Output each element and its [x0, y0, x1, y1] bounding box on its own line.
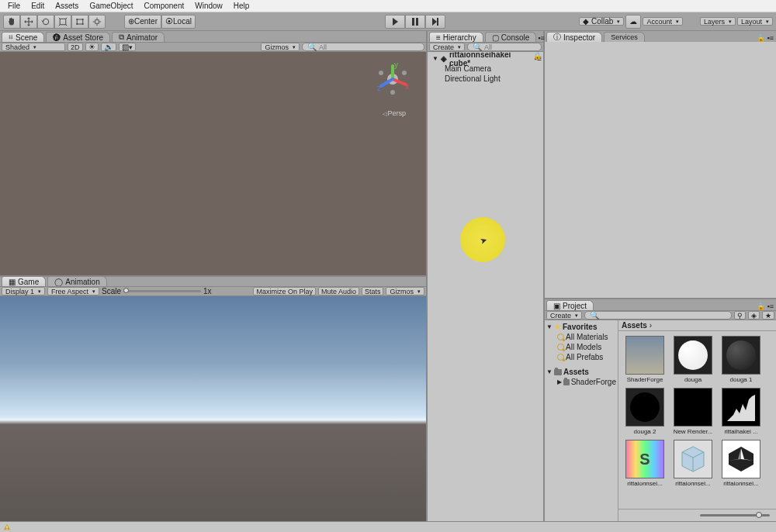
hand-tool-button[interactable]	[3, 15, 20, 29]
scene-2d-toggle[interactable]: 2D	[68, 43, 83, 51]
scene-audio-toggle[interactable]: 🔊	[101, 43, 116, 51]
move-tool-button[interactable]	[20, 15, 37, 29]
menu-bar: File Edit Assets GameObject Component Wi…	[0, 0, 776, 12]
project-breadcrumb[interactable]: Assets›	[618, 320, 776, 331]
svg-point-2	[76, 19, 78, 20]
account-dropdown[interactable]: Account	[643, 17, 683, 26]
menu-window[interactable]: Window	[190, 2, 227, 10]
menu-edit[interactable]: Edit	[26, 2, 49, 10]
layout-dropdown[interactable]: Layout	[737, 17, 773, 26]
pause-button[interactable]	[405, 15, 425, 29]
tab-inspector[interactable]: ⓘInspector	[546, 32, 602, 42]
foldout-icon[interactable]: ▼	[432, 55, 438, 62]
panel-menu-icon[interactable]: ▪≡	[538, 34, 546, 42]
search-by-label-button[interactable]: ◈	[748, 311, 760, 320]
display-dropdown[interactable]: Display 1	[2, 287, 45, 295]
project-zoom-slider[interactable]	[700, 514, 770, 516]
project-search[interactable]: 🔍	[584, 311, 732, 320]
tab-game[interactable]: ▦Game	[2, 276, 46, 286]
project-item-texture[interactable]: rittaihakei ...	[719, 388, 763, 435]
tab-animation[interactable]: ◯Animation	[47, 276, 106, 286]
project-grid[interactable]: ShaderForge douga douga 1 douga 2 New Re…	[618, 331, 776, 509]
svg-point-19	[402, 71, 407, 75]
favorites-header[interactable]: ▼★Favorites	[546, 322, 616, 332]
menu-component[interactable]: Component	[140, 2, 189, 10]
assets-header[interactable]: ▼Assets	[546, 367, 616, 377]
move-icon	[24, 17, 33, 26]
hierarchy-create-dropdown[interactable]: Create	[429, 43, 465, 51]
scene-lighting-toggle[interactable]: ☀	[85, 43, 99, 51]
orientation-gizmo[interactable]: y x z	[375, 61, 411, 97]
rotate-tool-button[interactable]	[37, 15, 54, 29]
project-footer	[618, 509, 776, 521]
tab-services[interactable]: Services	[604, 32, 645, 42]
favorite-item[interactable]: All Prefabs	[546, 352, 616, 362]
svg-text:y: y	[394, 61, 398, 69]
project-item-folder[interactable]: ShaderForge	[623, 336, 667, 383]
scale-tool-button[interactable]	[54, 15, 71, 29]
aspect-dropdown[interactable]: Free Aspect	[47, 287, 99, 295]
play-button[interactable]	[385, 15, 405, 29]
project-item-prefab[interactable]: rittaionnsei...	[671, 440, 715, 487]
menu-file[interactable]: File	[3, 2, 25, 10]
mute-audio-toggle[interactable]: Mute Audio	[318, 287, 359, 295]
panel-menu-icon[interactable]: 🔒 ▪≡	[757, 34, 776, 42]
play-icon	[390, 17, 400, 26]
project-tree[interactable]: ▼★Favorites All Materials All Models All…	[545, 320, 618, 521]
menu-gameobject[interactable]: GameObject	[85, 2, 137, 10]
tab-project[interactable]: ▣Project	[546, 300, 594, 310]
tab-animator[interactable]: ⧉Animator	[112, 32, 165, 42]
collab-dropdown[interactable]: ◆Collab	[579, 17, 624, 26]
inspector-icon: ⓘ	[553, 32, 561, 43]
step-button[interactable]	[425, 15, 445, 29]
save-search-button[interactable]: ★	[762, 311, 774, 320]
hierarchy-search[interactable]: 🔍	[467, 43, 542, 51]
pivot-mode-button[interactable]: ⊕ Center	[124, 15, 161, 29]
scene-projection-label[interactable]: Persp	[383, 109, 406, 117]
handle-rotation-button[interactable]: ⦿ Local	[161, 15, 196, 29]
scale-value: 1x	[203, 287, 212, 295]
project-item-material[interactable]: douga	[671, 336, 715, 383]
scale-slider[interactable]	[123, 290, 201, 292]
scene-tabbar: ⌗Scene 🅐Asset Store ⧉Animator	[0, 31, 426, 42]
scene-viewport[interactable]: y x z Persp	[0, 52, 426, 275]
tab-asset-store[interactable]: 🅐Asset Store	[46, 32, 110, 42]
search-by-type-button[interactable]: ⚲	[734, 311, 746, 320]
game-gizmos-dropdown[interactable]: Gizmos	[386, 287, 424, 295]
favorite-item[interactable]: All Models	[546, 342, 616, 352]
shading-mode-dropdown[interactable]: Shaded	[2, 43, 65, 51]
scene-gizmos-dropdown[interactable]: Gizmos	[261, 43, 300, 51]
hierarchy-body[interactable]: 🔒 ▼ ◈ rittaionnseihakei cube* ▪≡ Main Ca…	[428, 52, 543, 521]
svg-rect-1	[77, 19, 83, 24]
panel-menu-icon[interactable]: 🔒 ▪≡	[757, 302, 776, 310]
layers-dropdown[interactable]: Layers	[700, 17, 736, 26]
transform-tool-button[interactable]	[88, 15, 106, 29]
lock-icon[interactable]: 🔒	[533, 52, 542, 60]
tab-scene[interactable]: ⌗Scene	[2, 32, 44, 42]
project-item-rendertexture[interactable]: New Render...	[671, 388, 715, 435]
project-item-material[interactable]: douga 1	[719, 336, 763, 383]
main-toolbar: ⊕ Center ⦿ Local ◆Collab ☁ Account Layer…	[0, 12, 776, 31]
sun-icon: ☀	[88, 43, 95, 51]
favorite-item[interactable]: All Materials	[546, 332, 616, 342]
rect-tool-button[interactable]	[71, 15, 88, 29]
menu-assets[interactable]: Assets	[50, 2, 83, 10]
svg-rect-6	[95, 19, 99, 23]
scene-fx-toggle[interactable]: ▧▾	[119, 43, 136, 51]
project-item-shader[interactable]: Srittaionnsei...	[623, 440, 667, 487]
game-viewport[interactable]	[0, 296, 426, 521]
tab-console[interactable]: ▢Console	[485, 32, 537, 42]
game-icon: ▦	[9, 278, 16, 286]
stats-toggle[interactable]: Stats	[362, 287, 384, 295]
menu-help[interactable]: Help	[229, 2, 255, 10]
tab-hierarchy[interactable]: ≡Hierarchy	[429, 32, 483, 42]
scene-search[interactable]: 🔍	[302, 43, 424, 51]
project-item-scene[interactable]: rittaionnsei...	[719, 440, 763, 487]
maximize-on-play-toggle[interactable]: Maximize On Play	[253, 287, 316, 295]
hierarchy-item[interactable]: Directional Light	[429, 74, 542, 84]
project-item-material[interactable]: douga 2	[623, 388, 667, 435]
tree-item[interactable]: ▶ShaderForge	[546, 377, 616, 387]
cloud-button[interactable]: ☁	[625, 15, 641, 29]
hierarchy-scene-row[interactable]: ▼ ◈ rittaionnseihakei cube* ▪≡	[429, 54, 542, 64]
project-create-dropdown[interactable]: Create	[546, 311, 582, 320]
